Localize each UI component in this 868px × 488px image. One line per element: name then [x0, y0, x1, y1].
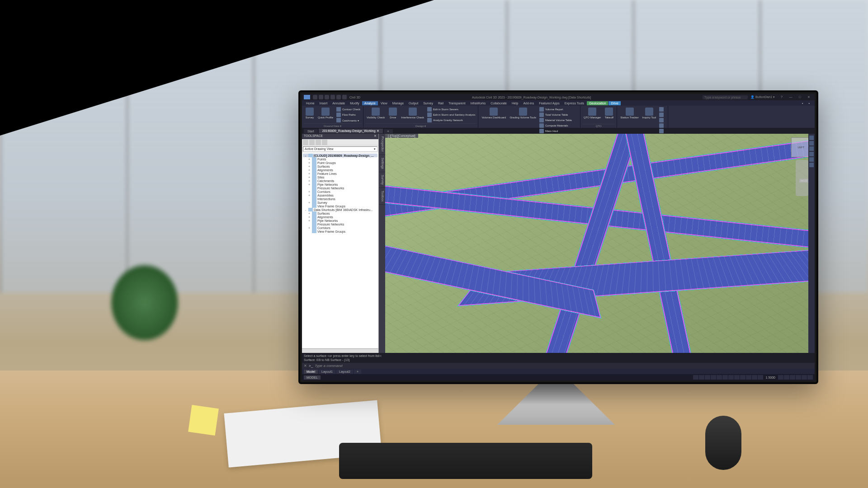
model-viewport[interactable]: [-][Top][Conceptual] LEFT WCS — [385, 134, 815, 353]
flow-paths-button[interactable]: Flow Paths — [335, 112, 361, 117]
tree-node[interactable]: Pressure Networks — [303, 222, 377, 226]
total-volume-table-button[interactable]: Total Volume Table — [538, 112, 578, 117]
tree-expand-icon[interactable]: + — [307, 194, 311, 197]
transparency-toggle-icon[interactable] — [734, 375, 740, 380]
inq2-button[interactable] — [658, 112, 666, 117]
vp-tool-icon[interactable] — [809, 136, 814, 140]
navigation-bar[interactable] — [796, 160, 808, 196]
toolspace-view-dropdown[interactable]: Active Drawing View▾ — [303, 146, 377, 152]
annotation-toggle-icon[interactable] — [778, 375, 783, 380]
ts-tool-icon[interactable] — [309, 140, 315, 145]
tree-node[interactable]: +Pipe Networks — [303, 183, 377, 186]
tree-expand-icon[interactable]: + — [307, 226, 311, 230]
visibility-check-button[interactable]: Visibility Check — [365, 107, 386, 123]
tree-node[interactable]: View Frame Groups — [303, 204, 377, 208]
ribbon-tab-featured-apps[interactable]: Featured Apps — [537, 101, 562, 105]
tree-expand-icon[interactable]: + — [307, 172, 311, 175]
command-close-icon[interactable]: ✕ — [304, 364, 307, 368]
material-volume-table-button[interactable]: Material Volume Table — [538, 117, 578, 123]
catchments-button[interactable]: Catchments ▾ — [335, 117, 361, 123]
tree-node[interactable]: +Corridors — [303, 190, 377, 193]
ribbon-tab-transparent[interactable]: Transparent — [446, 101, 467, 105]
tree-node[interactable]: +Point Groups — [303, 161, 377, 164]
volume-report-button[interactable]: Volume Report — [538, 107, 578, 112]
app-menu-icon[interactable] — [304, 95, 310, 99]
prospector-tree[interactable]: -[CLOUD] 20190809_Roadway-Design_...+Poi… — [302, 153, 378, 348]
tree-node[interactable]: +Catchments — [303, 179, 377, 183]
3dosnap-toggle-icon[interactable] — [746, 375, 751, 380]
qat-open-icon[interactable] — [319, 95, 323, 99]
tree-expand-icon[interactable]: + — [307, 176, 311, 179]
edit-storm-sewers-button[interactable]: Edit in Storm Sewers — [426, 107, 476, 112]
tree-node[interactable]: View Frame Groups — [303, 230, 377, 233]
vp-tool-icon[interactable] — [809, 146, 814, 151]
toolspace-tab-survey[interactable]: Survey — [379, 172, 385, 188]
quick-profile-button[interactable]: Quick Profile — [316, 107, 335, 123]
tree-node[interactable]: +Corridors — [303, 226, 377, 230]
survey-button[interactable]: Survey — [304, 107, 316, 123]
user-badge[interactable]: 👤 ButtonDan1 ▾ — [750, 95, 775, 99]
panel-opts-icon[interactable]: ▪ — [800, 101, 805, 105]
tree-expand-icon[interactable]: + — [307, 158, 311, 161]
polar-toggle-icon[interactable] — [711, 375, 716, 380]
isolate-toggle-icon[interactable] — [796, 375, 801, 380]
inq3-button[interactable] — [658, 117, 666, 123]
tree-expand-icon[interactable]: + — [307, 201, 311, 204]
ribbon-tab-infraworks[interactable]: InfraWorks — [468, 101, 488, 105]
minimize-ribbon-icon[interactable]: ▪ — [807, 101, 812, 105]
tree-node[interactable]: +Alignments — [303, 215, 377, 219]
ribbon-tab-drive[interactable]: Drive — [609, 101, 620, 105]
close-icon[interactable]: ✕ — [805, 95, 813, 99]
ts-tool-icon[interactable] — [316, 140, 321, 145]
ribbon-tab-manage[interactable]: Manage — [390, 101, 406, 105]
tree-expand-icon[interactable]: + — [307, 219, 311, 222]
tree-node[interactable]: +Points — [303, 157, 377, 161]
ribbon-tab-insert[interactable]: Insert — [317, 101, 330, 105]
inq4-button[interactable] — [658, 123, 666, 128]
ribbon-tab-add-ins[interactable]: Add-ins — [521, 101, 536, 105]
tree-expand-icon[interactable]: + — [307, 161, 311, 164]
qat-plot-icon[interactable] — [330, 95, 335, 99]
command-input[interactable]: Type a command — [315, 364, 342, 368]
snap-toggle-icon[interactable] — [699, 375, 704, 380]
workspace-toggle-icon[interactable] — [784, 375, 789, 380]
tree-node[interactable]: -[CLOUD] 20190809_Roadway-Design_... — [303, 154, 377, 157]
ribbon-tab-survey[interactable]: Survey — [421, 101, 435, 105]
edit-storm-sanitary-button[interactable]: Edit in Storm and Sanitary Analysis — [426, 112, 476, 117]
qat-save-icon[interactable] — [325, 95, 329, 99]
tree-node[interactable]: +Alignments — [303, 168, 377, 172]
tree-expand-icon[interactable]: + — [307, 165, 311, 168]
dynamic-ucs-toggle-icon[interactable] — [752, 375, 757, 380]
tree-expand-icon[interactable]: + — [307, 212, 311, 215]
tree-node[interactable]: +Surfaces — [303, 211, 377, 215]
ribbon-tab-output[interactable]: Output — [406, 101, 420, 105]
document-tab[interactable]: 20190809_Roadway-Design_Working ✕ — [319, 129, 383, 133]
inq1-button[interactable] — [658, 107, 666, 112]
hardware-toggle-icon[interactable] — [802, 375, 807, 380]
osnap-toggle-icon[interactable] — [717, 375, 722, 380]
wcs-label[interactable]: WCS — [799, 179, 808, 183]
ribbon-tab-geolocation[interactable]: Geolocation — [587, 101, 608, 105]
cycling-toggle-icon[interactable] — [740, 375, 745, 380]
grid-toggle-icon[interactable] — [693, 375, 698, 380]
vp-tool-icon[interactable] — [809, 163, 814, 167]
monitor-toggle-icon[interactable] — [790, 375, 795, 380]
toolspace-tab-toolbox[interactable]: Toolbox — [379, 188, 385, 205]
cleanscreen-toggle-icon[interactable] — [807, 375, 813, 380]
lineweight-toggle-icon[interactable] — [728, 375, 734, 380]
tree-node[interactable]: +Survey — [303, 201, 377, 204]
takeoff-button[interactable]: Takeoff — [603, 107, 615, 123]
status-mode[interactable]: MODEL — [304, 375, 321, 380]
maximize-icon[interactable]: □ — [796, 95, 804, 99]
qat-redo-icon[interactable] — [342, 95, 347, 99]
otrack-toggle-icon[interactable] — [722, 375, 728, 380]
search-input[interactable]: Type a keyword or phrase — [703, 95, 748, 99]
tree-expand-icon[interactable]: + — [307, 169, 311, 172]
help-icon[interactable]: ? — [778, 95, 786, 99]
dynamic-input-toggle-icon[interactable] — [758, 375, 763, 380]
drive-button[interactable]: Drive — [387, 107, 399, 123]
panel-label[interactable]: QTO — [582, 124, 615, 128]
ortho-toggle-icon[interactable] — [705, 375, 710, 380]
tree-node[interactable]: +Surfaces — [303, 164, 377, 168]
tree-expand-icon[interactable]: + — [307, 216, 311, 219]
